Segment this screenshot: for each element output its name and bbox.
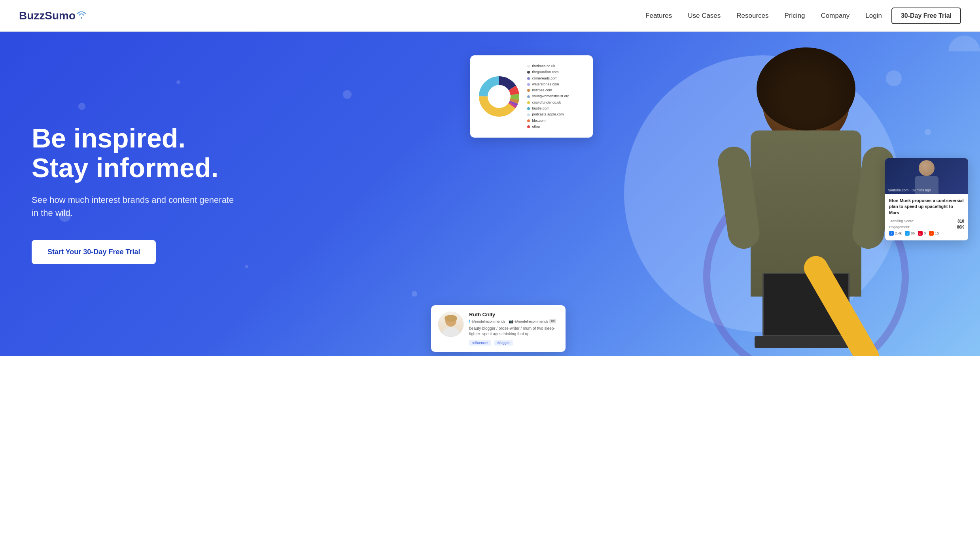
trending-thumbnail: youtube.com · 39 mins ago <box>885 158 968 194</box>
hero-content: Be inspired. Stay informed. See how much… <box>0 92 269 296</box>
donut-legend: thetimes.co.uk theguardian.com crimeread… <box>527 63 569 130</box>
twitter-icon: t <box>905 231 910 236</box>
person-hair <box>757 47 855 130</box>
nav-actions: Login 30-Day Free Trial <box>865 8 961 24</box>
twitter-handle: t @modelrecommends <box>469 319 505 323</box>
twitter-engagement: t 86 <box>905 231 915 236</box>
deco-circle-4 <box>176 80 180 84</box>
nav-links: Features Use Cases Resources Pricing Com… <box>645 12 849 20</box>
nav-item-pricing[interactable]: Pricing <box>785 12 805 20</box>
influencer-info: Ruth Crilly t @modelrecommends 📷 @modelr… <box>469 312 558 346</box>
nav-item-company[interactable]: Company <box>821 12 850 20</box>
svg-point-8 <box>488 85 510 108</box>
influencer-tags: Influencer Blogger <box>469 340 558 346</box>
engagement-value: 86K <box>957 225 964 229</box>
facebook-icon: f <box>889 231 894 236</box>
login-button[interactable]: Login <box>865 12 882 20</box>
influencer-name: Ruth Crilly <box>469 312 558 318</box>
navbar: BuzzSumo Features Use Cases Resources Pr… <box>0 0 980 32</box>
laptop-base <box>755 336 857 348</box>
logo-text: BuzzSumo <box>19 9 76 22</box>
instagram-handle: 📷 @modelrecommends 88 <box>509 319 556 323</box>
hero-trial-button[interactable]: Start Your 30-Day Free Trial <box>32 240 156 264</box>
trending-score-label: Trending Score: <box>889 219 914 223</box>
hero-section: Be inspired. Stay informed. See how much… <box>0 32 980 356</box>
influencer-description: beauty blogger / prose-writer / mum of t… <box>469 326 558 337</box>
logo[interactable]: BuzzSumo <box>19 9 86 22</box>
hero-person <box>711 59 901 356</box>
tag-influencer: Influencer <box>469 340 491 346</box>
logo-icon <box>77 11 86 21</box>
deco-circle-7 <box>412 291 417 297</box>
donut-chart-card: thetimes.co.uk theguardian.com crimeread… <box>470 55 593 138</box>
tag-blogger: Blogger <box>494 340 513 346</box>
engagement-label: Engagement: <box>889 225 910 229</box>
reddit-icon: r <box>929 231 934 236</box>
hero-title: Be inspired. Stay informed. <box>32 123 237 183</box>
pinterest-engagement: p 0 <box>918 231 926 236</box>
nav-item-resources[interactable]: Resources <box>736 12 768 20</box>
influencer-card: Ruth Crilly t @modelrecommends 📷 @modelr… <box>431 305 566 352</box>
pinterest-icon: p <box>918 231 923 236</box>
trending-card: youtube.com · 39 mins ago Elon Musk prop… <box>885 158 968 240</box>
trending-score-value: 810 <box>957 219 964 223</box>
nav-item-features[interactable]: Features <box>645 12 672 20</box>
trial-button-nav[interactable]: 30-Day Free Trial <box>891 8 961 24</box>
deco-half-circle <box>948 36 980 51</box>
influencer-handles: t @modelrecommends 📷 @modelrecommends 88 <box>469 319 558 323</box>
trending-title: Elon Musk proposes a controversial plan … <box>889 198 964 216</box>
influencer-avatar <box>438 312 464 337</box>
trending-source: youtube.com · 39 mins ago <box>888 188 931 192</box>
facebook-engagement: f 2.4k <box>889 231 902 236</box>
trending-body: Elon Musk proposes a controversial plan … <box>885 194 968 240</box>
hero-subtitle: See how much interest brands and content… <box>32 193 237 219</box>
deco-circle-9 <box>925 129 931 135</box>
reddit-engagement: r 15 <box>929 231 939 236</box>
trending-engagement-icons: f 2.4k t 86 p 0 r 15 <box>889 231 964 236</box>
nav-item-usecases[interactable]: Use Cases <box>688 12 721 20</box>
deco-circle-6 <box>343 90 352 99</box>
instagram-count: 88 <box>549 319 556 323</box>
donut-chart-svg <box>477 75 521 118</box>
